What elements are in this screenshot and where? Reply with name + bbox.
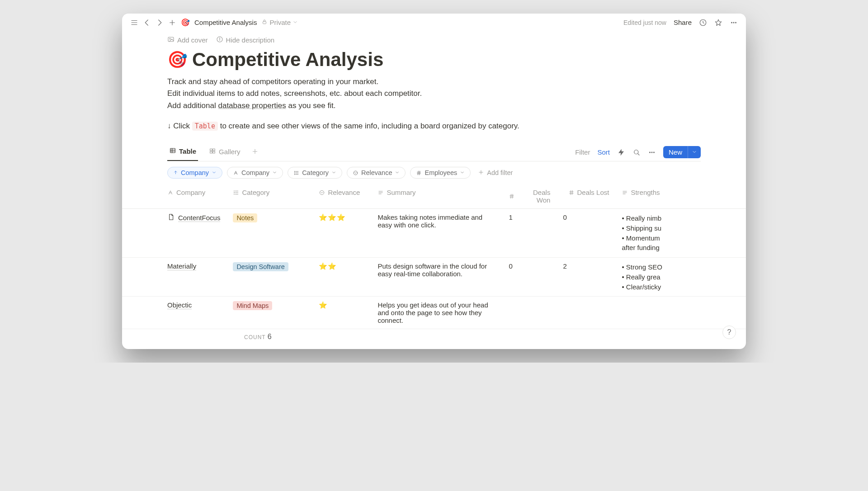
company-cell[interactable]: ContentFocus bbox=[167, 213, 220, 222]
svg-line-28 bbox=[638, 153, 639, 155]
table-row[interactable]: Materially Design Software ⭐⭐ Puts desig… bbox=[122, 258, 746, 297]
desc-line: Edit individual items to add notes, scre… bbox=[167, 88, 701, 99]
more-icon[interactable] bbox=[730, 19, 738, 27]
back-icon[interactable] bbox=[143, 19, 151, 27]
table-row[interactable]: Objectic Mind Maps ⭐ Helps you get ideas… bbox=[122, 297, 746, 329]
app-window: 🎯 Competitive Analysis Private Edited ju… bbox=[122, 14, 746, 349]
hint-part: to create and see other views of the sam… bbox=[220, 122, 519, 130]
filter-pill-employees[interactable]: Employees bbox=[410, 167, 471, 179]
database-properties-link[interactable]: database properties bbox=[218, 101, 286, 110]
sort-pill-company[interactable]: Company bbox=[167, 167, 222, 179]
svg-line-43 bbox=[420, 171, 420, 175]
table-icon bbox=[169, 147, 176, 156]
page-description[interactable]: Track and stay ahead of competitors oper… bbox=[167, 76, 701, 112]
new-dropdown[interactable] bbox=[688, 146, 701, 158]
svg-marker-26 bbox=[618, 149, 624, 156]
tab-gallery[interactable]: Gallery bbox=[207, 144, 242, 161]
filter-pill-relevance[interactable]: Relevance bbox=[347, 167, 406, 179]
svg-point-50 bbox=[234, 192, 235, 193]
topbar: 🎯 Competitive Analysis Private Edited ju… bbox=[122, 14, 746, 31]
company-cell[interactable]: Objectic bbox=[167, 301, 220, 309]
col-strengths[interactable]: Strengths bbox=[615, 184, 746, 209]
svg-point-51 bbox=[234, 194, 235, 194]
col-deals-lost[interactable]: Deals Lost bbox=[557, 184, 615, 209]
list-icon bbox=[293, 170, 299, 176]
add-cover-button[interactable]: Add cover bbox=[167, 36, 208, 44]
count-label: COUNT bbox=[244, 334, 266, 340]
favorite-icon[interactable] bbox=[714, 19, 722, 27]
new-button[interactable]: New bbox=[663, 146, 701, 158]
select-icon bbox=[353, 170, 359, 176]
add-cover-label: Add cover bbox=[177, 36, 208, 44]
forward-icon[interactable] bbox=[156, 19, 164, 27]
chevron-down-icon bbox=[292, 19, 298, 26]
desc-text: as you see fit. bbox=[286, 101, 336, 110]
filter-pill-category[interactable]: Category bbox=[288, 167, 342, 179]
add-page-icon[interactable] bbox=[168, 19, 176, 27]
add-filter-button[interactable]: Add filter bbox=[478, 169, 513, 177]
page-title[interactable]: Competitive Analysis bbox=[192, 49, 383, 71]
svg-point-15 bbox=[219, 38, 220, 38]
view-tabs: Table Gallery Filter Sort New bbox=[167, 143, 701, 161]
text-icon bbox=[233, 170, 239, 176]
strengths-cell: • Really nimb• Shipping su• Momentumafte… bbox=[615, 209, 746, 258]
hint-code: Table bbox=[192, 122, 218, 131]
svg-point-31 bbox=[654, 152, 655, 153]
filter-pill-company[interactable]: Company bbox=[227, 167, 283, 179]
svg-rect-22 bbox=[210, 151, 212, 153]
lock-icon bbox=[261, 19, 268, 26]
svg-rect-11 bbox=[168, 37, 174, 41]
col-summary[interactable]: Summary bbox=[371, 184, 502, 209]
info-icon bbox=[216, 36, 223, 44]
breadcrumb-title[interactable]: Competitive Analysis bbox=[194, 19, 257, 26]
summary-cell: Makes taking notes immediate and easy wi… bbox=[371, 209, 502, 258]
svg-point-30 bbox=[651, 152, 652, 153]
search-icon[interactable] bbox=[632, 148, 641, 156]
svg-point-39 bbox=[354, 171, 358, 175]
chevron-down-icon bbox=[272, 169, 277, 176]
svg-point-9 bbox=[733, 22, 734, 23]
company-cell[interactable]: Materially bbox=[167, 262, 220, 270]
privacy-toggle[interactable]: Private bbox=[261, 19, 298, 26]
svg-rect-5 bbox=[263, 21, 266, 24]
summary-cell: Puts design software in the cloud for ea… bbox=[371, 258, 502, 297]
svg-point-49 bbox=[234, 190, 235, 191]
chevron-down-icon bbox=[395, 169, 400, 176]
svg-point-38 bbox=[294, 174, 295, 175]
table-row[interactable]: ContentFocus Notes ⭐⭐⭐ Makes taking note… bbox=[122, 209, 746, 258]
hint-text: ↓ Click Table to create and see other vi… bbox=[167, 122, 701, 131]
more-options-icon[interactable] bbox=[648, 148, 656, 156]
deals-lost-cell: 0 bbox=[557, 209, 615, 258]
col-category[interactable]: Category bbox=[226, 184, 312, 209]
count-row: COUNT6 bbox=[122, 329, 746, 349]
filter-button[interactable]: Filter bbox=[575, 148, 590, 156]
pill-label: Employees bbox=[425, 169, 457, 176]
pill-label: Relevance bbox=[361, 169, 392, 176]
category-tag: Notes bbox=[233, 213, 257, 222]
col-relevance[interactable]: Relevance bbox=[312, 184, 371, 209]
tab-table[interactable]: Table bbox=[167, 143, 198, 161]
deals-lost-cell bbox=[557, 297, 615, 329]
pill-label: Company bbox=[181, 169, 209, 176]
hide-description-button[interactable]: Hide description bbox=[216, 36, 275, 44]
tab-label: Gallery bbox=[219, 148, 241, 156]
add-filter-label: Add filter bbox=[487, 169, 513, 176]
hint-part: ↓ Click bbox=[167, 122, 192, 130]
gallery-icon bbox=[209, 147, 216, 156]
updates-icon[interactable] bbox=[699, 19, 707, 27]
menu-icon[interactable] bbox=[130, 19, 138, 27]
add-view-button[interactable] bbox=[251, 148, 259, 157]
sort-button[interactable]: Sort bbox=[597, 148, 610, 156]
col-deals-won[interactable]: Deals Won bbox=[502, 184, 557, 209]
svg-line-42 bbox=[418, 171, 419, 175]
table-header-row: Company Category Relevance Summary Deals… bbox=[122, 184, 746, 209]
arrow-up-icon bbox=[173, 169, 178, 176]
share-button[interactable]: Share bbox=[674, 19, 692, 26]
page-emoji[interactable]: 🎯 bbox=[167, 50, 188, 69]
svg-line-63 bbox=[572, 190, 572, 194]
automation-icon[interactable] bbox=[617, 148, 625, 156]
col-company[interactable]: Company bbox=[122, 184, 226, 209]
relevance-stars: ⭐⭐ bbox=[319, 262, 337, 270]
desc-text: Add additional bbox=[167, 101, 218, 110]
deals-won-cell: 1 bbox=[502, 209, 557, 258]
